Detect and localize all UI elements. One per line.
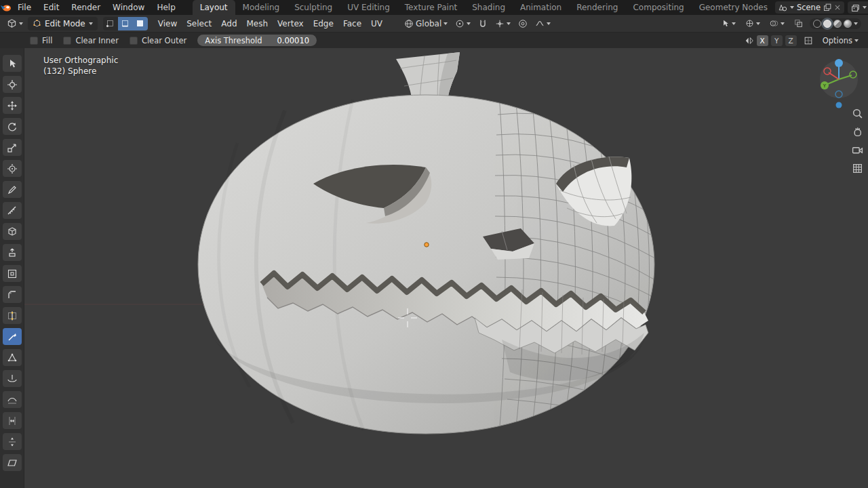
shading-material-button[interactable]: [833, 20, 842, 28]
toggle-orthographic-icon[interactable]: [852, 163, 863, 174]
topbar-menus: File Edit Render Window Help: [12, 0, 182, 15]
chevron-down-icon: [854, 39, 859, 42]
menu-uv[interactable]: UV: [366, 15, 387, 33]
magnet-icon: [478, 19, 488, 28]
tool-poly-build[interactable]: [3, 349, 22, 366]
pivot-point-dropdown[interactable]: [452, 18, 473, 30]
viewlayer-selector[interactable]: ViewLayer: [848, 1, 868, 14]
tool-transform[interactable]: [3, 160, 22, 177]
tab-animation[interactable]: Animation: [513, 0, 569, 15]
proportional-editing-icon: [518, 19, 528, 28]
menu-add[interactable]: Add: [216, 15, 241, 33]
tool-loop-cut[interactable]: [3, 307, 22, 324]
shading-solid-button[interactable]: [823, 20, 831, 28]
mode-dropdown[interactable]: Edit Mode: [28, 17, 98, 30]
menu-view[interactable]: View: [153, 15, 182, 33]
chevron-down-icon: [467, 22, 471, 25]
scene-selector[interactable]: Scene: [775, 1, 844, 14]
tab-sculpting[interactable]: Sculpting: [287, 0, 340, 15]
snap-settings-dropdown[interactable]: [492, 18, 513, 30]
blender-logo-icon[interactable]: [0, 3, 12, 12]
tool-edge-slide[interactable]: [3, 412, 22, 429]
menu-help[interactable]: Help: [151, 0, 181, 15]
tool-smooth[interactable]: [3, 391, 22, 408]
mirror-icon: [745, 36, 754, 45]
tab-geometry-nodes[interactable]: Geometry Nodes: [692, 0, 775, 15]
axis-threshold-label: Axis Threshold: [205, 36, 262, 45]
globe-icon: [404, 19, 414, 28]
tool-inset-faces[interactable]: [3, 265, 22, 282]
mirror-x-button[interactable]: X: [757, 35, 768, 46]
tab-compositing[interactable]: Compositing: [625, 0, 691, 15]
viewport-3d[interactable]: User Orthographic (132) Sphere Y: [0, 48, 868, 488]
editor-type-button[interactable]: [4, 17, 26, 30]
zoom-icon[interactable]: [852, 108, 863, 119]
tool-add-cube[interactable]: [3, 223, 22, 240]
snap-toggle-button[interactable]: [475, 18, 490, 30]
menu-mesh[interactable]: Mesh: [242, 15, 273, 33]
tool-rotate[interactable]: [3, 118, 22, 135]
menu-face[interactable]: Face: [338, 15, 366, 33]
proportional-falloff-dropdown[interactable]: [532, 18, 553, 30]
xray-toggle-button[interactable]: [791, 18, 806, 29]
tool-tweak-select[interactable]: [3, 55, 22, 72]
menu-window[interactable]: Window: [106, 0, 151, 15]
tool-cursor[interactable]: [3, 76, 22, 93]
options-dropdown[interactable]: Options: [820, 35, 861, 47]
menu-vertex[interactable]: Vertex: [273, 15, 309, 33]
face-select-button[interactable]: [133, 17, 148, 30]
tool-shear[interactable]: [3, 454, 22, 471]
orbit-dot[interactable]: [836, 102, 842, 108]
tool-annotate[interactable]: [3, 181, 22, 198]
camera-view-icon[interactable]: [852, 144, 863, 156]
select-mode-buttons: [103, 17, 148, 30]
shading-rendered-button[interactable]: [844, 20, 852, 28]
chevron-down-icon: [863, 6, 867, 9]
tool-move[interactable]: [3, 97, 22, 114]
topbar: File Edit Render Window Help Layout Mode…: [0, 0, 868, 15]
menu-select[interactable]: Select: [182, 15, 216, 33]
selectability-dropdown[interactable]: [718, 18, 738, 29]
tool-scale[interactable]: [3, 139, 22, 156]
tool-shrink-fatten[interactable]: [3, 433, 22, 450]
tab-uv-editing[interactable]: UV Editing: [340, 0, 397, 15]
new-scene-icon[interactable]: [823, 3, 831, 12]
axis-threshold-slider[interactable]: Axis Threshold 0.00010: [197, 35, 317, 46]
tool-measure[interactable]: [3, 202, 22, 219]
unlink-scene-icon[interactable]: [834, 4, 841, 11]
mirror-y-button[interactable]: Y: [771, 35, 783, 46]
fill-checkbox[interactable]: Fill: [30, 36, 52, 45]
falloff-curve-icon: [535, 19, 545, 28]
tab-layout[interactable]: Layout: [193, 0, 235, 15]
tool-knife[interactable]: [3, 328, 22, 345]
edge-select-button[interactable]: [118, 17, 133, 30]
tab-texture-paint[interactable]: Texture Paint: [397, 0, 465, 15]
clear-inner-checkbox[interactable]: Clear Inner: [63, 36, 119, 45]
gizmo-z-axis[interactable]: [835, 59, 843, 67]
tab-shading[interactable]: Shading: [465, 0, 513, 15]
shading-wireframe-button[interactable]: [813, 20, 821, 28]
tool-spin[interactable]: [3, 370, 22, 387]
tool-bevel[interactable]: [3, 286, 22, 303]
face-select-icon: [136, 19, 144, 28]
vertex-select-button[interactable]: [103, 17, 118, 30]
tab-rendering[interactable]: Rendering: [569, 0, 625, 15]
clear-outer-checkbox[interactable]: Clear Outer: [130, 36, 186, 45]
show-overlays-dropdown[interactable]: [767, 18, 787, 29]
proportional-editing-button[interactable]: [515, 18, 530, 30]
viewport-canvas[interactable]: [0, 48, 868, 488]
correct-face-icon[interactable]: [804, 36, 813, 45]
transform-orientation-dropdown[interactable]: Global: [401, 18, 450, 30]
pan-hand-icon[interactable]: [852, 126, 863, 138]
show-gizmo-dropdown[interactable]: [743, 18, 763, 29]
mirror-z-button[interactable]: Z: [785, 35, 797, 46]
menu-render[interactable]: Render: [65, 0, 106, 15]
tool-extrude-region[interactable]: [3, 244, 22, 261]
menu-edge[interactable]: Edge: [309, 15, 338, 33]
navigation-gizmo[interactable]: Y: [818, 55, 860, 109]
menu-file[interactable]: File: [12, 0, 37, 15]
edge-select-icon: [121, 19, 130, 28]
tab-modeling[interactable]: Modeling: [235, 0, 288, 15]
chevron-down-icon: [732, 22, 736, 25]
menu-edit[interactable]: Edit: [37, 0, 65, 15]
